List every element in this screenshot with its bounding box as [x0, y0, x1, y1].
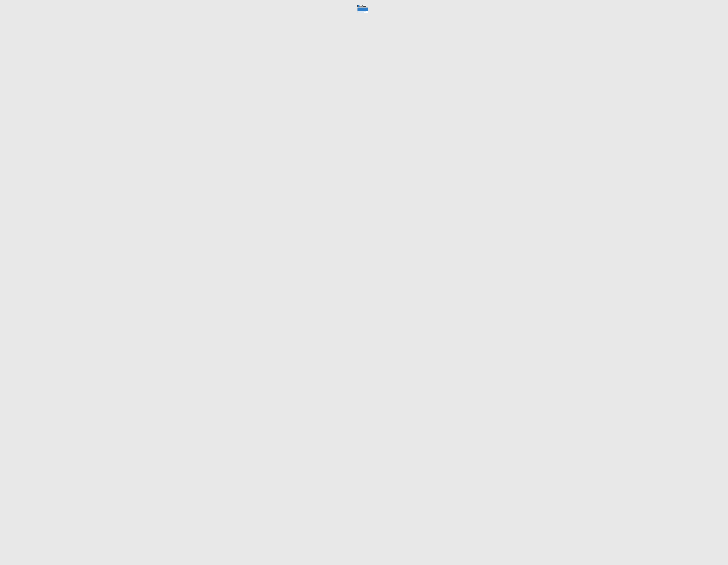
sitemap-canvas: 1 Home Page [265, 0, 463, 13]
home-card [357, 7, 368, 13]
home-label: Home Page [357, 5, 366, 7]
home-page-node: 1 Home Page [357, 5, 368, 13]
